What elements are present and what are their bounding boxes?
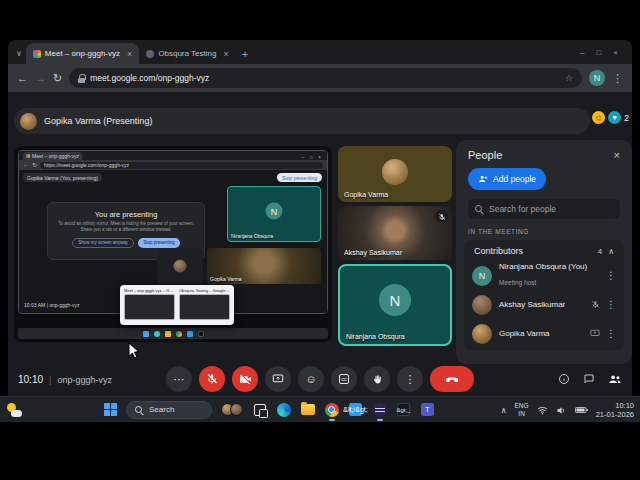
collapse-chevron-icon[interactable]: ∧ bbox=[608, 247, 614, 256]
captions-icon: cc bbox=[339, 374, 350, 384]
close-button[interactable]: × bbox=[613, 48, 618, 57]
taskbar-search[interactable]: Search bbox=[126, 401, 212, 419]
start-button[interactable] bbox=[104, 403, 117, 416]
minimize-button[interactable]: – bbox=[580, 48, 584, 57]
tab-obsqura[interactable]: Obsqura Testing × bbox=[139, 43, 235, 64]
tile-gopika-varma[interactable]: Gopika Varma bbox=[338, 146, 452, 202]
people-icon[interactable] bbox=[608, 373, 622, 385]
tab-title: Obsqura Testing bbox=[158, 49, 216, 58]
presentation-tile[interactable]: Meet – onp-gggh-vyz – □ × ← ↻ https://me… bbox=[14, 146, 332, 342]
reactions-button[interactable]: ☺ bbox=[298, 366, 324, 392]
edge-icon[interactable] bbox=[276, 402, 291, 417]
window-preview: Meet – onp-gggh-vyz – Google Chrome bbox=[124, 288, 175, 322]
profile-avatar[interactable]: N bbox=[589, 70, 605, 86]
meet-control-bar: 10:10 | onp-gggh-vyz ⋯ ☺ cc bbox=[8, 362, 632, 396]
avatar bbox=[472, 324, 492, 344]
mic-muted-icon bbox=[435, 210, 448, 223]
taskbar-people-avatars[interactable] bbox=[221, 403, 243, 416]
end-call-icon bbox=[444, 371, 460, 387]
meeting-info-icon[interactable] bbox=[558, 373, 570, 385]
obsqura-favicon bbox=[146, 50, 154, 58]
terminal-icon[interactable]: &gt;_ bbox=[396, 402, 411, 417]
present-screen-icon bbox=[272, 373, 284, 385]
stop-presenting-button: Stop presenting bbox=[138, 238, 180, 248]
chat-icon[interactable] bbox=[583, 373, 595, 385]
show-screen-anyway-button: Show my screen anyway bbox=[72, 238, 134, 248]
captions-button[interactable]: cc bbox=[331, 366, 357, 392]
participant-row: Gopika Varma ⋮ bbox=[470, 319, 618, 348]
address-bar[interactable]: meet.google.com/onp-gggh-vyz ☆ bbox=[69, 68, 582, 88]
refresh-button[interactable]: ↻ bbox=[53, 73, 62, 84]
meeting-host-label: Meeting host bbox=[499, 279, 536, 286]
participant-menu-icon[interactable]: ⋮ bbox=[606, 328, 616, 339]
contributors-header[interactable]: Contributors 4 ∧ bbox=[470, 246, 618, 261]
close-panel-icon[interactable]: × bbox=[614, 149, 620, 161]
back-button[interactable]: ← bbox=[17, 73, 28, 84]
card-body: To avoid an infinity mirror, Meet is hid… bbox=[48, 219, 204, 234]
volume-icon[interactable] bbox=[556, 406, 567, 415]
tile-niranjana-obsqura[interactable]: N Niranjana Obsqura bbox=[338, 264, 452, 346]
eclipse-icon[interactable] bbox=[372, 402, 387, 417]
widgets-weather-icon[interactable] bbox=[7, 403, 22, 417]
active-app-indicator bbox=[329, 419, 335, 421]
tile-akshay-sasikumar[interactable]: Akshay Sasikumar bbox=[338, 206, 452, 260]
file-explorer-icon[interactable] bbox=[300, 402, 315, 417]
meet-app: Gopika Varma (Presenting) ☺ ♥ 2 Meet – o… bbox=[8, 92, 632, 396]
people-search-input[interactable] bbox=[489, 204, 613, 214]
reaction-count: 2 bbox=[624, 113, 629, 123]
tray-clock[interactable]: 10:10 21-01-2026 bbox=[596, 401, 634, 420]
avatar bbox=[472, 295, 492, 315]
taskbar-preview-popup: Meet – onp-gggh-vyz – Google Chrome Obsq… bbox=[120, 285, 234, 325]
end-call-button[interactable] bbox=[430, 366, 474, 392]
participant-menu-icon[interactable]: ⋮ bbox=[606, 270, 616, 281]
chrome-icon[interactable] bbox=[324, 402, 339, 417]
maximize-button[interactable]: □ bbox=[596, 48, 601, 57]
people-search-box[interactable] bbox=[468, 199, 620, 219]
avatar bbox=[382, 159, 408, 185]
divider: | bbox=[49, 375, 51, 385]
heart-reaction-icon: ♥ bbox=[608, 111, 621, 124]
shared-stop-presenting-pill: Stop presenting bbox=[277, 173, 322, 182]
shared-tile-niranjana: N Niranjana Obsqura bbox=[227, 186, 321, 242]
wifi-icon[interactable] bbox=[537, 406, 548, 415]
new-tab-button[interactable]: + bbox=[242, 48, 248, 60]
mic-off-button[interactable] bbox=[199, 366, 225, 392]
secure-lock-icon bbox=[78, 74, 85, 83]
bookmark-star-icon[interactable]: ☆ bbox=[565, 73, 573, 83]
presenting-banner: Gopika Varma (Presenting) bbox=[14, 108, 590, 134]
window-controls: – □ × bbox=[580, 48, 626, 64]
task-view-icon[interactable] bbox=[252, 402, 267, 417]
presenting-screen-icon bbox=[590, 329, 600, 338]
tab-meet[interactable]: Meet – onp-gggh-vyz × bbox=[26, 43, 139, 64]
forward-button[interactable]: → bbox=[35, 73, 46, 84]
tab-title: Meet – onp-gggh-vyz bbox=[45, 49, 120, 58]
reactions-indicator: ☺ ♥ 2 bbox=[592, 111, 629, 124]
tray-chevron-icon[interactable]: ∧ bbox=[501, 406, 507, 415]
in-the-meeting-label: IN THE MEETING bbox=[468, 228, 620, 235]
person-add-icon bbox=[478, 174, 488, 184]
tab-bar: ∨ Meet – onp-gggh-vyz × Obsqura Testing … bbox=[8, 40, 632, 64]
more-controls-button[interactable]: ⋯ bbox=[166, 366, 192, 392]
vscode-icon[interactable]: &lt;/&gt; bbox=[348, 402, 363, 417]
clock-text: 10:10 bbox=[18, 374, 43, 385]
battery-icon[interactable] bbox=[575, 406, 588, 414]
present-button[interactable] bbox=[265, 366, 291, 392]
contributors-card: Contributors 4 ∧ N Niranjana Obsqura (Yo… bbox=[464, 240, 624, 350]
participant-tiles: Gopika Varma Akshay Sasikumar N Niranjan… bbox=[338, 146, 452, 346]
camera-off-button[interactable] bbox=[232, 366, 258, 392]
more-options-button[interactable]: ⋮ bbox=[397, 366, 423, 392]
teams-icon[interactable]: T bbox=[420, 402, 435, 417]
mic-muted-icon[interactable] bbox=[591, 300, 600, 309]
tab-close-icon[interactable]: × bbox=[127, 49, 132, 59]
participant-menu-icon[interactable]: ⋮ bbox=[606, 299, 616, 310]
browser-menu-icon[interactable]: ⋮ bbox=[612, 73, 623, 84]
raise-hand-button[interactable] bbox=[364, 366, 390, 392]
shared-presenting-pill: Gopika Varma (You, presenting) bbox=[23, 173, 102, 182]
tab-search-icon[interactable]: ∨ bbox=[16, 49, 22, 58]
presenter-avatar bbox=[20, 113, 37, 130]
language-indicator[interactable]: ENG IN bbox=[515, 402, 529, 418]
search-icon bbox=[135, 406, 143, 414]
add-people-button[interactable]: Add people bbox=[468, 168, 546, 190]
shared-desktop-taskbar bbox=[18, 328, 328, 339]
tab-close-icon[interactable]: × bbox=[223, 49, 228, 59]
